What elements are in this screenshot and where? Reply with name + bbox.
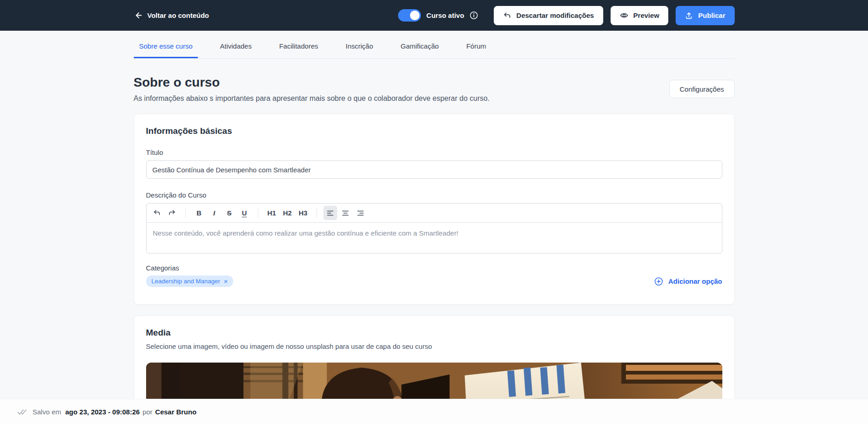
tab-sobre-esse-curso[interactable]: Sobre esse curso <box>134 42 198 58</box>
media-subtitle: Selecione uma imagem, vídeo ou imagem de… <box>146 342 722 350</box>
tab-atividades[interactable]: Atividades <box>214 42 257 58</box>
arrow-left-icon <box>134 11 142 20</box>
saved-by-name: Cesar Bruno <box>155 408 197 416</box>
top-navbar: Voltar ao conteúdo Curso ativo Descartar… <box>0 0 868 31</box>
italic-button[interactable]: I <box>207 206 221 220</box>
basic-info-heading: Informações básicas <box>146 126 722 136</box>
align-center-icon <box>341 209 349 217</box>
remove-category-icon[interactable]: × <box>224 278 228 285</box>
upload-icon <box>685 11 693 20</box>
saved-by-connector: por <box>142 408 153 416</box>
undo-icon <box>503 11 511 20</box>
discard-changes-label: Descartar modificações <box>516 11 594 19</box>
align-right-button[interactable] <box>354 206 367 220</box>
tab-facilitadores[interactable]: Facilitadores <box>273 42 323 58</box>
publish-label: Publicar <box>698 11 725 19</box>
undo-button[interactable] <box>150 206 164 220</box>
underline-button[interactable]: U <box>238 206 251 220</box>
description-field-label: Descrição do Curso <box>146 191 722 199</box>
back-to-content-link[interactable]: Voltar ao conteúdo <box>134 11 209 20</box>
add-option-link[interactable]: Adicionar opção <box>654 277 722 286</box>
toolbar-separator <box>258 208 258 218</box>
redo-icon <box>168 209 176 217</box>
heading1-button[interactable]: H1 <box>265 206 279 220</box>
course-active-label: Curso ativo <box>426 11 464 19</box>
basic-info-card: Informações básicas Título Descrição do … <box>134 114 735 305</box>
preview-button[interactable]: Preview <box>611 6 669 25</box>
align-center-button[interactable] <box>338 206 352 220</box>
info-icon[interactable] <box>469 11 478 20</box>
course-title-input[interactable] <box>146 160 722 179</box>
toggle-knob <box>410 11 420 20</box>
publish-button[interactable]: Publicar <box>676 6 734 25</box>
double-check-icon <box>17 407 27 416</box>
discard-changes-button[interactable]: Descartar modificações <box>494 6 603 25</box>
media-heading: Media <box>146 328 722 338</box>
save-status-bar: Salvo em ago 23, 2023 - 09:08:26 por Ces… <box>0 399 868 424</box>
tab-forum[interactable]: Fórum <box>461 42 491 58</box>
page-title: Sobre o curso <box>134 75 490 90</box>
page-subtitle: As informações abaixo s importantes para… <box>134 94 490 103</box>
description-editor-content[interactable]: Nesse conteúdo, você aprenderá como real… <box>147 223 722 253</box>
heading2-button[interactable]: H2 <box>280 206 295 220</box>
plus-circle-icon <box>654 277 663 286</box>
category-tag[interactable]: Leadership and Manager × <box>146 275 234 287</box>
settings-button[interactable]: Configurações <box>669 80 735 98</box>
course-active-toggle[interactable] <box>398 9 421 22</box>
align-left-button[interactable] <box>323 206 337 220</box>
align-right-icon <box>356 209 365 217</box>
heading3-button[interactable]: H3 <box>296 206 310 220</box>
eye-icon <box>620 11 628 20</box>
categories-label: Categorias <box>146 264 722 272</box>
toolbar-separator <box>317 208 317 218</box>
undo-icon <box>153 209 161 217</box>
course-tabs: Sobre esse curso Atividades Facilitadore… <box>134 31 735 59</box>
tab-inscricao[interactable]: Inscrição <box>340 42 379 58</box>
saved-prefix: Salvo em <box>33 408 61 416</box>
saved-datetime: ago 23, 2023 - 09:08:26 <box>66 408 140 416</box>
add-option-label: Adicionar opção <box>668 277 722 285</box>
preview-label: Preview <box>633 11 660 19</box>
toolbar-separator <box>186 208 186 218</box>
bold-button[interactable]: B <box>192 206 206 220</box>
back-to-content-label: Voltar ao conteúdo <box>147 11 209 19</box>
title-field-label: Título <box>146 149 722 156</box>
redo-button[interactable] <box>165 206 179 220</box>
tab-gamificacao[interactable]: Gamificação <box>395 42 444 58</box>
category-tag-label: Leadership and Manager <box>152 278 220 285</box>
editor-toolbar: B I S U H1 H2 H3 <box>147 204 722 223</box>
strikethrough-button[interactable]: S <box>223 206 236 220</box>
description-editor: B I S U H1 H2 H3 <box>146 203 722 253</box>
align-left-icon <box>326 209 334 217</box>
